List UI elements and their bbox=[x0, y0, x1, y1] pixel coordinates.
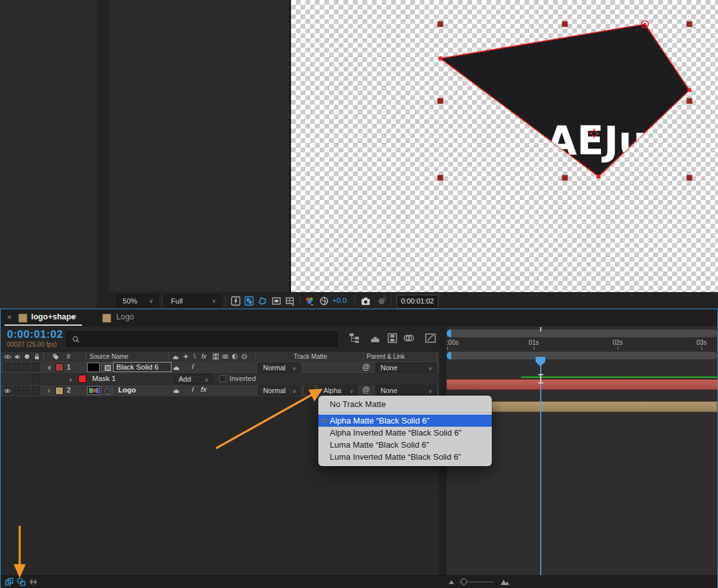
exposure-value[interactable]: +0.0 bbox=[332, 297, 347, 304]
inverted-checkbox[interactable] bbox=[219, 375, 226, 382]
region-of-interest-icon[interactable] bbox=[271, 296, 281, 306]
source-name-column-header[interactable]: Source Name bbox=[90, 353, 128, 360]
collapsed-chevron-icon[interactable]: › bbox=[48, 386, 50, 395]
video-toggle[interactable] bbox=[3, 363, 11, 371]
menu-item-alpha-matte[interactable]: Alpha Matte “Black Solid 6” bbox=[318, 415, 492, 427]
layer-bar-black-solid[interactable] bbox=[447, 379, 717, 390]
layer-row-black-solid[interactable]: ∨ 1 Black Solid 6 / Normal ∨ @ None ∨ bbox=[1, 361, 439, 374]
mask-mode-select[interactable]: Add ∨ bbox=[173, 374, 213, 384]
parent-pickwhip-icon[interactable]: @ bbox=[362, 385, 370, 394]
take-snapshot-icon[interactable] bbox=[360, 296, 371, 307]
divider bbox=[86, 352, 86, 361]
preview-time-indicator[interactable]: 0:00:01:02 bbox=[396, 295, 438, 309]
solo-toggle[interactable] bbox=[22, 363, 30, 371]
tab-logo[interactable]: Logo bbox=[116, 312, 134, 321]
chevron-down-icon: ∨ bbox=[212, 295, 216, 307]
blend-mode-select[interactable]: Normal ∨ bbox=[258, 385, 301, 396]
quality-toggle[interactable]: / bbox=[192, 363, 194, 370]
mask-toggle[interactable] bbox=[32, 375, 40, 384]
solo-toggle[interactable] bbox=[22, 386, 30, 395]
timeline-navigator-bar[interactable] bbox=[447, 330, 717, 337]
divider bbox=[255, 352, 256, 361]
hide-shy-layers-icon[interactable] bbox=[370, 333, 381, 344]
layer-name[interactable]: Logo bbox=[118, 386, 136, 394]
collapsed-chevron-icon[interactable]: › bbox=[69, 375, 72, 384]
solid-color-thumbnail bbox=[87, 363, 100, 372]
mask-path-black-solid[interactable] bbox=[440, 24, 689, 177]
current-time-display[interactable]: 0:00:01:02 bbox=[7, 328, 63, 341]
lock-toggle[interactable] bbox=[32, 386, 40, 395]
close-icon[interactable]: × bbox=[7, 312, 12, 322]
track-matte-column-header[interactable]: Track Matte bbox=[280, 353, 341, 360]
panel-menu-icon[interactable]: ≡ bbox=[72, 312, 77, 321]
resolution-select[interactable]: Full ∨ bbox=[165, 295, 221, 307]
video-toggle[interactable] bbox=[3, 386, 11, 395]
search-input[interactable] bbox=[66, 331, 337, 347]
parent-select[interactable]: None ∨ bbox=[376, 363, 437, 373]
effects-badge[interactable]: fx bbox=[201, 385, 207, 393]
zoom-in-mountain-icon[interactable] bbox=[500, 577, 510, 587]
timeline-zoom-slider-handle[interactable] bbox=[461, 578, 467, 585]
video-column-eye-icon[interactable] bbox=[4, 353, 11, 361]
playhead-marker[interactable] bbox=[536, 357, 545, 366]
logo-text: AEJu bbox=[546, 117, 647, 164]
graph-editor-icon[interactable] bbox=[425, 333, 436, 344]
shy-toggle-icon[interactable] bbox=[173, 387, 180, 394]
lock-column-icon[interactable] bbox=[33, 353, 41, 361]
mini-flowchart-icon[interactable] bbox=[349, 333, 360, 344]
shy-toggle-icon[interactable] bbox=[173, 364, 180, 371]
project-panel[interactable] bbox=[0, 0, 97, 309]
tab-logo-shape[interactable]: logo+shape bbox=[31, 312, 76, 321]
fast-previews-icon[interactable] bbox=[231, 296, 241, 306]
motion-blur-icon[interactable] bbox=[403, 333, 414, 344]
panel-divider[interactable] bbox=[97, 0, 109, 309]
frame-blending-icon[interactable] bbox=[387, 333, 398, 344]
mask-visibility-icon[interactable] bbox=[257, 296, 268, 306]
expand-chevron-icon[interactable]: ∨ bbox=[47, 364, 51, 371]
chevron-down-icon: ∨ bbox=[349, 387, 353, 396]
ruler-label: 0:00s bbox=[447, 339, 458, 346]
work-area-start-handle[interactable] bbox=[447, 352, 451, 359]
in-out-panes-toggle-icon[interactable] bbox=[29, 577, 38, 587]
lock-toggle[interactable] bbox=[32, 363, 40, 371]
quality-toggle[interactable]: / bbox=[192, 385, 194, 393]
mask-color-swatch[interactable] bbox=[78, 375, 86, 383]
parent-pickwhip-icon[interactable]: @ bbox=[362, 363, 370, 371]
label-column-tag-icon[interactable] bbox=[52, 353, 60, 361]
work-area-bar[interactable] bbox=[447, 352, 717, 359]
parent-select[interactable]: None ∨ bbox=[376, 385, 437, 396]
grid-guides-icon[interactable] bbox=[285, 296, 295, 306]
mask-name[interactable]: Mask 1 bbox=[92, 375, 116, 382]
index-column-header[interactable]: # bbox=[67, 353, 71, 360]
ruler-tick bbox=[447, 347, 448, 350]
chevron-down-icon: ∨ bbox=[292, 364, 296, 373]
matte-cell[interactable] bbox=[304, 385, 314, 394]
layer-switches-pane-toggle-icon[interactable] bbox=[4, 577, 14, 587]
show-channel-icon[interactable] bbox=[304, 296, 315, 306]
menu-item-luma-inverted-matte[interactable]: Luma Inverted Matte “Black Solid 6” bbox=[318, 451, 492, 463]
layer-name-editable[interactable]: Black Solid 6 bbox=[113, 362, 172, 372]
menu-item-alpha-inverted-matte[interactable]: Alpha Inverted Matte “Black Solid 6” bbox=[318, 427, 492, 439]
blend-mode-select[interactable]: Normal ∨ bbox=[258, 363, 301, 373]
mask-row[interactable]: › Mask 1 Add ∨ Inverted bbox=[1, 374, 439, 385]
layer-label-swatch[interactable] bbox=[55, 363, 64, 371]
transparency-grid-icon[interactable] bbox=[244, 296, 254, 306]
show-snapshot-icon[interactable] bbox=[376, 296, 387, 307]
menu-separator bbox=[318, 412, 492, 413]
audio-toggle[interactable] bbox=[13, 363, 21, 371]
navigator-start-handle[interactable] bbox=[447, 330, 451, 337]
magnification-select[interactable]: 50% ∨ bbox=[116, 295, 158, 307]
exposure-reset-icon[interactable] bbox=[319, 296, 329, 306]
solo-column-icon[interactable] bbox=[25, 354, 29, 359]
transfer-controls-pane-toggle-icon[interactable] bbox=[17, 577, 26, 587]
layer-label-swatch[interactable] bbox=[55, 387, 64, 395]
menu-item-no-track-matte[interactable]: No Track Matte bbox=[318, 398, 492, 410]
time-ruler[interactable]: 0:00s 01s 02s 03s bbox=[447, 338, 717, 351]
zoom-out-mountain-icon[interactable] bbox=[447, 578, 456, 586]
track-matte-select[interactable]: Alpha ∨ bbox=[318, 385, 358, 396]
menu-item-luma-matte[interactable]: Luma Matte “Black Solid 6” bbox=[318, 439, 492, 451]
audio-toggle[interactable] bbox=[13, 386, 21, 395]
timeline-panel: × logo+shape ≡ Logo 0:00:01:02 00027 (25… bbox=[0, 309, 718, 588]
audio-column-speaker-icon[interactable] bbox=[14, 353, 22, 361]
parent-link-column-header[interactable]: Parent & Link bbox=[367, 353, 405, 360]
